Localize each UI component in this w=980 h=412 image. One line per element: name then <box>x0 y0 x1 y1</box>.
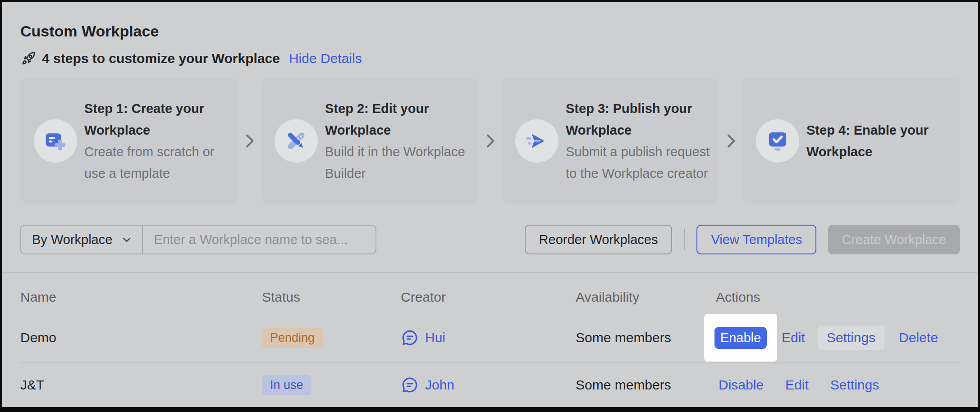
column-header-name: Name <box>20 290 262 305</box>
search-group: By Workplace <box>20 225 376 254</box>
step-card-4: Step 4: Enable your Workplace <box>742 78 960 204</box>
settings-link[interactable]: Settings <box>818 326 884 350</box>
step-chevron-icon <box>240 132 258 150</box>
delete-link[interactable]: Delete <box>899 330 938 345</box>
search-type-value: By Workplace <box>32 232 112 247</box>
create-workplace-button-disabled: Create Workplace <box>828 225 960 254</box>
step-desc: Submit a publish request to the Workplac… <box>566 141 710 184</box>
builder-tools-icon <box>284 129 308 153</box>
creator-link[interactable]: John <box>401 376 576 394</box>
step-title: Step 2: Edit your Workplace <box>325 98 469 141</box>
creator-name: John <box>425 377 454 393</box>
chat-bubble-icon <box>401 329 419 347</box>
column-header-availability: Availability <box>576 290 716 305</box>
step-card-2: Step 2: Edit your Workplace Build it in … <box>261 78 478 204</box>
enable-button[interactable]: Enable <box>714 327 767 349</box>
view-templates-button[interactable]: View Templates <box>696 225 816 254</box>
step-title: Step 1: Create your Workplace <box>84 98 229 141</box>
publish-plane-icon <box>525 129 549 153</box>
rocket-icon <box>20 50 37 67</box>
table-header: Name Status Creator Availability Actions <box>20 273 960 313</box>
availability-value: Some members <box>576 330 716 345</box>
step-title: Step 4: Enable your Workplace <box>806 119 951 163</box>
step-card-1: Step 1: Create your Workplace Create fro… <box>20 78 238 204</box>
steps-row: Step 1: Create your Workplace Create fro… <box>20 78 960 204</box>
onboarding-banner: 4 steps to customize your Workplace Hide… <box>20 50 960 67</box>
step-chevron-icon <box>481 132 499 150</box>
column-header-status: Status <box>262 290 401 305</box>
search-type-dropdown[interactable]: By Workplace <box>21 226 143 254</box>
step-desc: Build it in the Workplace Builder <box>325 141 469 184</box>
workplace-name: J&T <box>20 377 262 393</box>
edit-link[interactable]: Edit <box>782 330 805 345</box>
banner-text: 4 steps to customize your Workplace <box>42 51 280 66</box>
chat-bubble-icon <box>401 376 419 394</box>
column-header-actions: Actions <box>716 290 960 305</box>
toolbar: By Workplace Reorder Workplaces View Tem… <box>20 225 960 254</box>
page-title: Custom Workplace <box>20 21 960 41</box>
step-card-3: Step 3: Publish your Workplace Submit a … <box>502 78 719 204</box>
step-title: Step 3: Publish your Workplace <box>566 98 710 141</box>
edit-link[interactable]: Edit <box>785 377 809 393</box>
reorder-workplaces-button[interactable]: Reorder Workplaces <box>525 225 673 254</box>
table-row: J&T In use John Some members Disable Edi… <box>20 362 960 407</box>
step-desc: Create from scratch or use a template <box>84 141 229 184</box>
disable-link[interactable]: Disable <box>719 377 764 393</box>
workplace-name: Demo <box>20 330 262 345</box>
tutorial-spotlight: Enable <box>704 314 777 362</box>
creator-name: Hui <box>425 330 445 345</box>
hide-details-link[interactable]: Hide Details <box>289 51 362 66</box>
settings-link[interactable]: Settings <box>830 377 879 393</box>
step-chevron-icon <box>722 132 740 150</box>
creator-link[interactable]: Hui <box>401 329 576 347</box>
status-badge: In use <box>262 375 311 395</box>
workplace-search-input[interactable] <box>143 226 376 254</box>
create-workplace-icon <box>43 129 68 153</box>
toolbar-divider <box>684 229 685 250</box>
availability-value: Some members <box>576 377 716 393</box>
table-row: Demo Pending Hui Some members Enable Edi… <box>20 313 960 362</box>
status-badge: Pending <box>262 328 323 348</box>
column-header-creator: Creator <box>401 290 576 305</box>
chevron-down-icon <box>120 233 133 246</box>
enable-check-icon <box>765 129 790 153</box>
